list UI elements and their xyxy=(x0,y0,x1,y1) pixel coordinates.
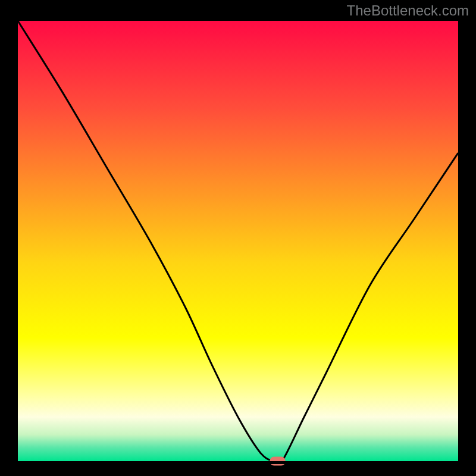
chart-container: TheBottleneck.com xyxy=(0,0,476,476)
bottleneck-chart xyxy=(0,0,476,476)
attribution-label: TheBottleneck.com xyxy=(347,2,469,19)
plot-background xyxy=(18,21,458,461)
